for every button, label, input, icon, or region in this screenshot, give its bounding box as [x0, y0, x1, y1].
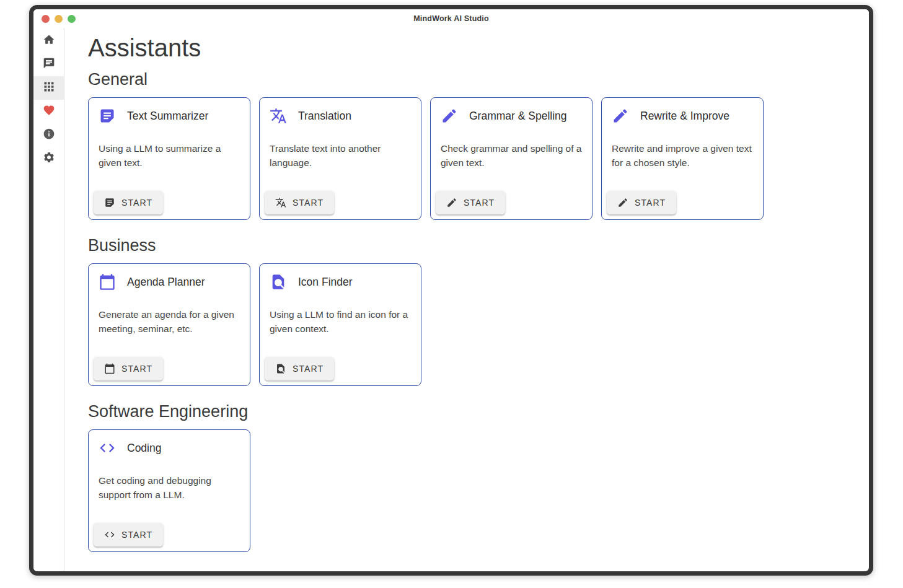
start-button[interactable]: START — [94, 357, 163, 380]
card-actions: START — [89, 186, 250, 219]
cards-row-business: Agenda Planner Generate an agenda for a … — [88, 263, 857, 386]
start-button[interactable]: START — [94, 523, 163, 546]
start-button-label: START — [293, 198, 324, 208]
code-icon — [99, 439, 116, 457]
card-description: Using a LLM to summarize a given text. — [89, 141, 250, 170]
card-description: Using a LLM to find an icon for a given … — [260, 307, 421, 336]
find-in-page-icon — [275, 363, 286, 374]
card-description: Generate an agenda for a given meeting, … — [89, 307, 250, 336]
sidebar-item-settings[interactable] — [33, 147, 64, 170]
assistant-card-translation: Translation Translate text into another … — [259, 97, 421, 220]
info-icon — [43, 128, 55, 143]
assistant-card-grammar-spelling: Grammar & Spelling Check grammar and spe… — [430, 97, 592, 220]
card-header: Coding — [89, 430, 250, 457]
calendar-icon — [99, 273, 116, 291]
card-header: Icon Finder — [260, 264, 421, 291]
window-title: MindWork AI Studio — [413, 14, 489, 23]
card-description: Rewrite and improve a given text for a c… — [602, 141, 763, 170]
card-title: Rewrite & Improve — [640, 110, 729, 123]
card-title: Agenda Planner — [127, 276, 205, 289]
start-button[interactable]: START — [265, 191, 334, 214]
sidebar — [33, 28, 64, 571]
card-actions: START — [89, 518, 250, 551]
start-button-label: START — [635, 198, 666, 208]
card-header: Translation — [260, 98, 421, 125]
card-header: Text Summarizer — [89, 98, 250, 125]
page-title: Assistants — [88, 33, 857, 62]
card-header: Agenda Planner — [89, 264, 250, 291]
card-header: Grammar & Spelling — [431, 98, 592, 125]
card-actions: START — [260, 186, 421, 219]
card-actions: START — [602, 186, 763, 219]
traffic-lights — [42, 9, 76, 28]
start-button-label: START — [293, 364, 324, 374]
start-button-label: START — [121, 530, 152, 540]
close-button[interactable] — [42, 15, 50, 23]
start-button-label: START — [464, 198, 495, 208]
titlebar: MindWork AI Studio — [33, 9, 869, 28]
start-button[interactable]: START — [607, 191, 676, 214]
pencil-icon — [446, 197, 457, 208]
card-title: Translation — [298, 110, 351, 123]
pencil-icon — [441, 107, 458, 125]
card-actions: START — [89, 352, 250, 385]
minimize-button[interactable] — [55, 15, 63, 23]
card-actions: START — [431, 186, 592, 219]
card-title: Icon Finder — [298, 276, 353, 289]
sidebar-item-assistants[interactable] — [33, 76, 64, 100]
assistant-card-rewrite-improve: Rewrite & Improve Rewrite and improve a … — [601, 97, 764, 220]
card-description: Get coding and debugging support from a … — [89, 473, 250, 502]
card-actions: START — [260, 352, 421, 385]
home-icon — [43, 33, 55, 48]
cards-row-software-engineering: Coding Get coding and debugging support … — [88, 429, 857, 552]
section-heading-general: General — [88, 70, 857, 89]
translate-icon — [270, 107, 287, 125]
card-title: Grammar & Spelling — [469, 110, 567, 123]
section-heading-software-engineering: Software Engineering — [88, 402, 857, 421]
document-text-icon — [99, 107, 116, 125]
apps-grid-icon — [43, 81, 55, 95]
section-heading-business: Business — [88, 236, 857, 255]
zoom-button[interactable] — [68, 15, 76, 23]
sidebar-item-about[interactable] — [33, 123, 64, 147]
start-button-label: START — [121, 364, 152, 374]
chat-icon — [43, 57, 55, 72]
sidebar-item-favorites[interactable] — [33, 100, 64, 123]
assistant-card-icon-finder: Icon Finder Using a LLM to find an icon … — [259, 263, 421, 386]
app-window: MindWork AI Studio Assistants General Te… — [29, 5, 873, 576]
sidebar-item-chat[interactable] — [33, 53, 64, 76]
card-title: Coding — [127, 442, 161, 455]
heart-icon — [43, 104, 55, 119]
calendar-icon — [104, 363, 115, 374]
assistant-card-coding: Coding Get coding and debugging support … — [88, 429, 250, 552]
card-description: Translate text into another language. — [260, 141, 421, 170]
assistant-card-text-summarizer: Text Summarizer Using a LLM to summarize… — [88, 97, 250, 220]
start-button[interactable]: START — [94, 191, 163, 214]
pencil-icon — [617, 197, 628, 208]
start-button-label: START — [121, 198, 152, 208]
main-content: Assistants General Text Summarizer Using… — [64, 28, 869, 571]
find-in-page-icon — [270, 273, 287, 291]
pencil-icon — [612, 107, 629, 125]
sidebar-item-home[interactable] — [33, 29, 64, 53]
card-header: Rewrite & Improve — [602, 98, 763, 125]
document-text-icon — [104, 197, 115, 208]
code-icon — [104, 529, 115, 540]
card-title: Text Summarizer — [127, 110, 208, 123]
settings-gear-icon — [43, 151, 55, 166]
translate-icon — [275, 197, 286, 208]
start-button[interactable]: START — [436, 191, 505, 214]
start-button[interactable]: START — [265, 357, 334, 380]
card-description: Check grammar and spelling of a given te… — [431, 141, 592, 170]
cards-row-general: Text Summarizer Using a LLM to summarize… — [88, 97, 857, 220]
assistant-card-agenda-planner: Agenda Planner Generate an agenda for a … — [88, 263, 250, 386]
app-body: Assistants General Text Summarizer Using… — [33, 28, 869, 571]
